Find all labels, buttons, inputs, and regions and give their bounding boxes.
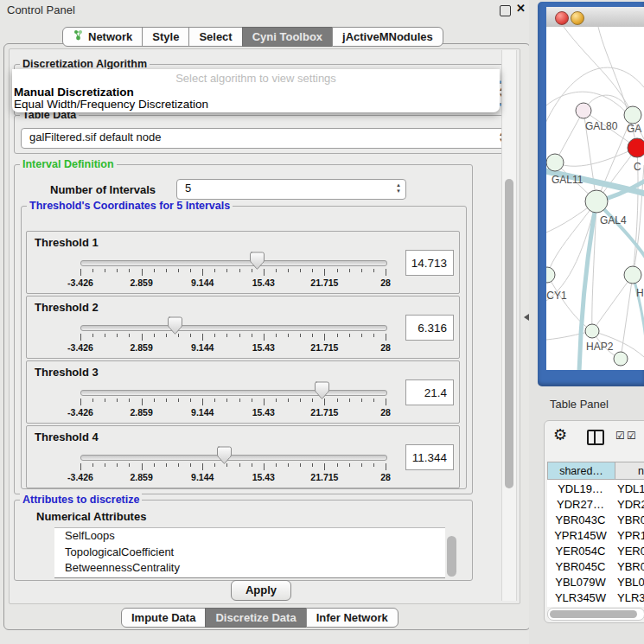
- slider-tick: [129, 399, 130, 402]
- close-traffic-light-icon[interactable]: [555, 11, 569, 25]
- threshold-value-field[interactable]: 6.316: [405, 315, 454, 341]
- slider-thumb[interactable]: [248, 252, 265, 270]
- num-intervals-value: 5: [185, 182, 191, 194]
- network-node[interactable]: [576, 103, 591, 118]
- slider-tick: [252, 334, 252, 337]
- slider-tick-label: 9.144: [191, 472, 214, 482]
- network-node[interactable]: [585, 190, 608, 213]
- checkbox-icon[interactable]: ☑: [615, 430, 625, 442]
- slider-tick: [178, 269, 179, 272]
- float-window-icon[interactable]: [500, 5, 511, 16]
- slider-tick: [349, 399, 350, 402]
- num-intervals-combobox[interactable]: 5 ▲▼: [176, 179, 406, 200]
- apply-button[interactable]: Apply: [231, 580, 291, 601]
- tab-select[interactable]: Select: [188, 27, 242, 47]
- table-cell[interactable]: YBR043C: [547, 513, 614, 526]
- table-cell[interactable]: YBR045C: [547, 560, 614, 573]
- gear-icon[interactable]: ⚙: [553, 425, 567, 444]
- slider-tick: [92, 399, 93, 402]
- numerical-attributes-list[interactable]: SelfLoopsTopologicalCoefficientBetweenne…: [54, 527, 445, 578]
- group-title: Discretization Algorithm: [20, 58, 150, 70]
- network-window-titlebar[interactable]: [546, 7, 644, 28]
- network-node[interactable]: [624, 106, 641, 124]
- slider-tick-label: -3.426: [67, 407, 93, 418]
- slider-track[interactable]: [80, 260, 387, 266]
- attribute-list-item[interactable]: SelfLoops: [54, 528, 445, 545]
- slider-thumb[interactable]: [166, 316, 183, 335]
- bottom-tab-infer-network[interactable]: Infer Network: [306, 608, 399, 628]
- slider-tick: [214, 269, 215, 272]
- slider-tick: [92, 334, 93, 337]
- algorithm-option[interactable]: Equal Width/Frequency Discretization: [14, 98, 208, 111]
- table-cell[interactable]: YPR1: [617, 529, 644, 542]
- network-node[interactable]: [624, 266, 641, 284]
- threshold-value-field[interactable]: 21.4: [405, 379, 454, 405]
- tab-cyni-toolbox[interactable]: Cyni Toolbox: [242, 27, 333, 47]
- algorithm-option[interactable]: Manual Discretization: [14, 86, 134, 99]
- network-node[interactable]: [546, 267, 555, 283]
- network-node-label: GAL11: [552, 174, 583, 186]
- table-cell[interactable]: YDL1: [617, 482, 644, 495]
- table-cell[interactable]: YER054C: [547, 545, 614, 558]
- bottom-tab-discretize-data[interactable]: Discretize Data: [205, 608, 306, 628]
- slider-track[interactable]: [80, 390, 387, 396]
- attributes-list-scrollbar[interactable]: [447, 536, 456, 577]
- network-canvas[interactable]: GAL80GACGAL11GAL4GCY1HHAP2: [546, 27, 644, 370]
- threshold-value-field[interactable]: 11.344: [405, 444, 454, 470]
- combo-stepper-icon: ▲▼: [396, 182, 401, 194]
- table-hscrollbar-thumb[interactable]: [550, 610, 637, 618]
- network-node[interactable]: [585, 324, 599, 338]
- panel-scrollbar-track[interactable]: [501, 50, 517, 601]
- column-header[interactable]: shared…: [547, 462, 615, 480]
- close-icon[interactable]: ✕: [516, 3, 526, 12]
- slider-tick: [202, 399, 203, 405]
- slider-thumb[interactable]: [215, 446, 233, 464]
- table-cell[interactable]: YBR0: [617, 513, 644, 526]
- slider-track[interactable]: [80, 455, 387, 461]
- column-layout-icon[interactable]: [587, 430, 604, 445]
- tab-jactivemnodules[interactable]: jActiveMNodules: [332, 27, 443, 47]
- numerical-attributes-label: Numerical Attributes: [36, 510, 146, 523]
- table-cell[interactable]: YPR145W: [547, 529, 614, 542]
- network-node[interactable]: [546, 154, 564, 171]
- slider-tick-label: 21.715: [310, 342, 338, 353]
- table-cell[interactable]: YLR345W: [547, 591, 614, 604]
- network-node[interactable]: [628, 138, 644, 157]
- slider-tick: [80, 269, 81, 276]
- slider-thumb[interactable]: [313, 381, 330, 399]
- slider-tick: [239, 463, 240, 467]
- network-node[interactable]: [614, 352, 628, 366]
- panel-scrollbar-thumb[interactable]: [505, 179, 513, 488]
- table-cell[interactable]: YLR3: [617, 591, 644, 604]
- zoom-traffic-light-icon[interactable]: [586, 11, 598, 23]
- slider-tick: [80, 334, 81, 341]
- slider-tick: [190, 399, 191, 402]
- table-data-combobox[interactable]: galFiltered.sif default node ▲▼: [21, 128, 509, 149]
- slider-tick: [142, 334, 143, 341]
- slider-tick-label: 28: [380, 277, 391, 288]
- table-cell[interactable]: YER0: [617, 545, 644, 558]
- group-title: Interval Definition: [20, 158, 117, 170]
- table-cell[interactable]: YBR0: [617, 560, 644, 573]
- slider-tick: [324, 269, 325, 276]
- minimize-traffic-light-icon[interactable]: [571, 11, 584, 25]
- tab-network[interactable]: Network: [62, 27, 143, 47]
- slider-tick: [154, 334, 155, 337]
- table-hscrollbar-track[interactable]: [547, 608, 644, 621]
- checkbox-icon[interactable]: ☑: [627, 430, 636, 442]
- table-cell[interactable]: YDR27…: [547, 498, 614, 511]
- column-header[interactable]: n…: [615, 462, 644, 480]
- attribute-list-item[interactable]: BetweennessCentrality: [54, 560, 445, 577]
- table-cell[interactable]: YDL19…: [547, 482, 614, 495]
- threshold-label: Threshold 2: [35, 301, 99, 314]
- slider-track[interactable]: [80, 325, 387, 331]
- tab-style[interactable]: Style: [142, 27, 189, 47]
- table-cell[interactable]: YDR2: [617, 498, 644, 511]
- table-cell[interactable]: YBL079W: [547, 576, 614, 589]
- threshold-value-field[interactable]: 14.713: [405, 250, 454, 276]
- bottom-tab-impute-data[interactable]: Impute Data: [121, 608, 206, 628]
- attribute-list-item[interactable]: TopologicalCoefficient: [54, 545, 445, 561]
- network-node-label: GA: [627, 123, 641, 135]
- table-cell[interactable]: YBL0: [617, 576, 644, 589]
- node-table[interactable]: shared…n…YDL19…YDL1YDR27…YDR2YBR043CYBR0…: [547, 462, 644, 607]
